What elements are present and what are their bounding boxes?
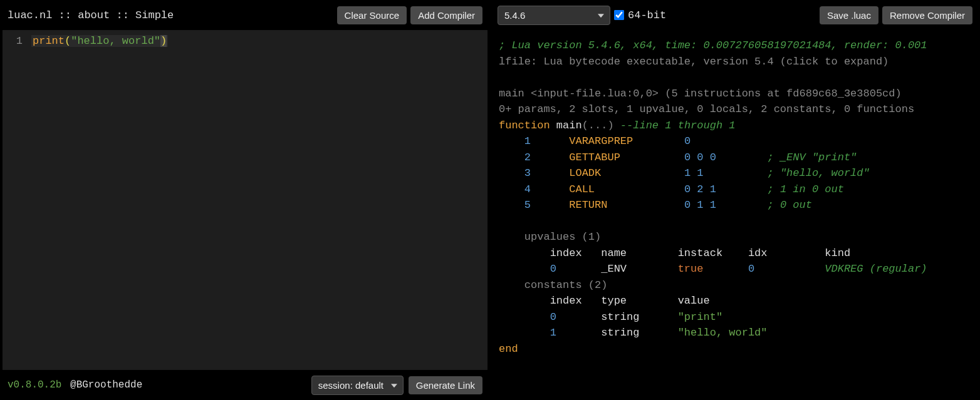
instruction-args: 0 2 1 — [684, 183, 768, 195]
code-editor[interactable]: 1 print("hello, world") — [3, 30, 487, 370]
line-gutter: 1 — [3, 30, 28, 370]
upvalue-idx: 0 — [748, 263, 825, 275]
output-meta: ; Lua version 5.4.6, x64, time: 0.007276… — [499, 39, 927, 51]
compiler-pane: 5.4.6 64-bit Save .luac Remove Compiler … — [490, 0, 980, 400]
constant-value: "print" — [678, 311, 722, 323]
session-select-wrap[interactable]: session: default — [311, 376, 404, 395]
bytecode-output[interactable]: ; Lua version 5.4.6, x64, time: 0.007276… — [490, 30, 980, 400]
function-name: main — [556, 120, 582, 131]
output-main-header: main <input-file.lua:0,0> (5 instruction… — [499, 88, 902, 100]
instruction-args: 0 1 1 — [684, 199, 768, 211]
version-select-wrap[interactable]: 5.4.6 — [498, 6, 610, 25]
breadcrumb[interactable]: luac.nl :: about :: Simple — [8, 9, 174, 21]
remove-compiler-button[interactable]: Remove Compiler — [882, 6, 972, 24]
constants-header: constants (2) — [499, 279, 607, 291]
line-number: 1 — [3, 35, 23, 47]
arch-checkbox[interactable] — [614, 10, 624, 20]
token-function: print — [33, 35, 65, 47]
instruction-comment: ; 1 in 0 out — [768, 183, 844, 195]
constant-index: 1 — [550, 327, 602, 339]
source-footer: v0.8.0.2b @BGroothedde session: default … — [0, 370, 490, 400]
instruction-comment: ; 0 out — [768, 199, 812, 211]
arch-label: 64-bit — [628, 9, 666, 21]
instruction-op: LOADK — [569, 167, 684, 179]
code-area[interactable]: print("hello, world") — [28, 30, 487, 370]
session-select[interactable]: session: default — [311, 376, 404, 395]
function-comment: --line 1 through 1 — [620, 120, 736, 131]
upvalues-col-idx: idx — [748, 247, 825, 259]
app-version: v0.8.0.2b — [8, 379, 61, 391]
keyword-function: function — [499, 120, 550, 131]
instruction-op: CALL — [569, 183, 684, 195]
token-paren-open: ( — [65, 35, 71, 47]
source-header: luac.nl :: about :: Simple Clear Source … — [0, 0, 490, 30]
instruction-number: 4 — [524, 183, 569, 195]
token-string: "hello, world" — [71, 35, 160, 47]
instruction-op: VARARGPREP — [569, 135, 684, 147]
keyword-end: end — [499, 343, 518, 355]
upvalues-col-name: name — [601, 247, 677, 259]
upvalues-col-index: index — [550, 247, 602, 259]
upvalues-header: upvalues (1) — [499, 231, 601, 243]
upvalues-col-kind: kind — [825, 247, 850, 259]
instruction-args: 0 — [684, 135, 768, 147]
version-select[interactable]: 5.4.6 — [498, 6, 610, 25]
add-compiler-button[interactable]: Add Compiler — [410, 6, 482, 24]
function-args: (...) — [582, 120, 614, 131]
upvalue-index: 0 — [550, 263, 602, 275]
constants-col-value: value — [678, 295, 710, 307]
instruction-number: 5 — [524, 199, 569, 211]
output-main-params: 0+ params, 2 slots, 1 upvalue, 0 locals,… — [499, 103, 914, 115]
token-paren-close: ) — [160, 35, 167, 47]
generate-link-button[interactable]: Generate Link — [409, 376, 482, 394]
instruction-comment: ; "hello, world" — [768, 167, 870, 179]
save-luac-button[interactable]: Save .luac — [820, 6, 878, 24]
upvalues-col-instack: instack — [678, 247, 748, 259]
constant-index: 0 — [550, 311, 602, 323]
source-pane: luac.nl :: about :: Simple Clear Source … — [0, 0, 490, 400]
constants-col-index: index — [550, 295, 602, 307]
compiler-header: 5.4.6 64-bit Save .luac Remove Compiler — [490, 0, 980, 30]
upvalue-name: _ENV — [601, 263, 677, 275]
instruction-op: RETURN — [569, 199, 684, 211]
upvalue-instack: true — [678, 263, 748, 275]
clear-source-button[interactable]: Clear Source — [337, 6, 407, 24]
constants-col-type: type — [601, 295, 677, 307]
constant-type: string — [601, 311, 677, 323]
constant-value: "hello, world" — [678, 327, 768, 339]
instruction-args: 0 0 0 — [684, 151, 768, 163]
author-link[interactable]: @BGroothedde — [70, 379, 142, 391]
instruction-number: 2 — [524, 151, 569, 163]
upvalue-kind: VDKREG (regular) — [825, 263, 927, 275]
instruction-comment: ; _ENV "print" — [768, 151, 857, 163]
constant-type: string — [601, 327, 677, 339]
instruction-args: 1 1 — [684, 167, 768, 179]
instruction-number: 1 — [524, 135, 569, 147]
instruction-op: GETTABUP — [569, 151, 684, 163]
instruction-number: 3 — [524, 167, 569, 179]
output-lfile: lfile: Lua bytecode executable, version … — [499, 56, 889, 68]
